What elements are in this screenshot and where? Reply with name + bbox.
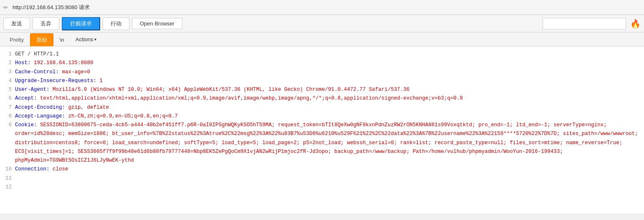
line-content: GET / HTTP/1.1 — [15, 50, 639, 59]
line-number: 8 — [5, 112, 12, 121]
line-number: 7 — [5, 103, 12, 112]
line-content: Connection: close — [15, 165, 639, 174]
line-number: 11 — [5, 174, 12, 183]
header-key: Connection: — [15, 166, 53, 172]
actions-label: Actions — [76, 36, 93, 42]
header-key: Accept-Language: — [15, 113, 68, 119]
line-content: Accept: text/html,application/xhtml+xml,… — [15, 94, 639, 103]
header-value: gzip, deflate — [68, 105, 109, 110]
discard-button[interactable]: 丢弃 — [33, 18, 59, 30]
table-row: 2Host: 192.168.64.135:8080 — [5, 59, 639, 68]
line-number: 2 — [5, 59, 12, 68]
pencil-icon: ✏ — [3, 4, 8, 11]
table-row: 3Cache-Control: max-age=0 — [5, 68, 639, 77]
header-value: 1 — [100, 78, 103, 84]
content-area: 1GET / HTTP/1.12Host: 192.168.64.135:808… — [0, 47, 644, 213]
table-row: 9Cookie: SESSIONID=63800675-ceda-4cb5-a4… — [5, 121, 639, 165]
header-value: max-age=0 — [62, 69, 91, 75]
table-row: 7Accept-Encoding: gzip, deflate — [5, 103, 639, 112]
header-value: text/html,application/xhtml+xml,applicat… — [40, 95, 463, 101]
line-content: User-Agent: Mozilla/5.0 (Windows NT 10.0… — [15, 85, 639, 94]
button-bar: 发送 丢弃 拦截请求 行动 Open Browser 🔥 — [0, 15, 644, 32]
table-row: 11 — [5, 174, 639, 183]
table-row: 1GET / HTTP/1.1 — [5, 50, 639, 59]
table-row: 10Connection: close — [5, 165, 639, 174]
header-key: Accept: — [15, 95, 40, 101]
header-value: 192.168.64.135:8080 — [34, 60, 93, 66]
table-row: 5User-Agent: Mozilla/5.0 (Windows NT 10.… — [5, 85, 639, 94]
tab-actions[interactable]: Actions ▾ — [71, 34, 102, 45]
table-row: 4Upgrade-Insecure-Requests: 1 — [5, 77, 639, 85]
line-content: Cookie: SESSIONID=63800675-ceda-4cb5-a44… — [15, 121, 639, 165]
fire-icon: 🔥 — [630, 19, 641, 29]
line-content: Cache-Control: max-age=0 — [15, 68, 639, 77]
line-number: 3 — [5, 68, 12, 77]
tab-raw[interactable]: 原始 — [30, 33, 53, 46]
open-browser-button[interactable]: Open Browser — [132, 18, 182, 29]
line-number: 4 — [5, 77, 12, 85]
top-bar: ✏ http://192.168.64.135:8080 请求 — [0, 0, 644, 15]
table-row: 6Accept: text/html,application/xhtml+xml… — [5, 94, 639, 103]
line-content — [15, 183, 639, 192]
header-key: User-Agent: — [15, 87, 53, 92]
line-content: Accept-Encoding: gzip, deflate — [15, 103, 639, 112]
intercept-button[interactable]: 拦截请求 — [62, 17, 100, 30]
line-content — [15, 174, 639, 183]
send-button[interactable]: 发送 — [3, 18, 30, 30]
table-row: 12 — [5, 183, 639, 192]
header-value: close — [53, 166, 68, 172]
header-key: Accept-Encoding: — [15, 105, 68, 110]
line-number: 1 — [5, 50, 12, 59]
search-input[interactable] — [543, 18, 626, 30]
tab-n[interactable]: \n — [53, 34, 71, 45]
tab-pretty[interactable]: Pretty — [3, 34, 30, 45]
url-text: http://192.168.64.135:8080 请求 — [13, 4, 90, 11]
tab-bar: Pretty 原始 \n Actions ▾ — [0, 32, 644, 47]
line-number: 9 — [5, 121, 12, 165]
header-key: Host: — [15, 60, 34, 66]
header-key: Cache-Control: — [15, 69, 62, 75]
line-content: Accept-Language: zh-CN,zh;q=0.9,en-US;q=… — [15, 112, 639, 121]
line-content: Host: 192.168.64.135:8080 — [15, 59, 639, 68]
header-key: Upgrade-Insecure-Requests: — [15, 78, 100, 84]
line-number: 12 — [5, 183, 12, 192]
header-value: SESSIONID=63800675-ceda-4cb5-a444-40b2ef… — [15, 122, 638, 163]
line-content: Upgrade-Insecure-Requests: 1 — [15, 77, 639, 85]
table-row: 8Accept-Language: zh-CN,zh;q=0.9,en-US;q… — [5, 112, 639, 121]
line-number: 5 — [5, 85, 12, 94]
action-button[interactable]: 行动 — [103, 18, 129, 30]
header-value: Mozilla/5.0 (Windows NT 10.0; Win64; x64… — [53, 87, 409, 92]
line-number: 10 — [5, 165, 12, 174]
line-number: 6 — [5, 94, 12, 103]
header-value: zh-CN,zh;q=0.9,en-US;q=0.8,en;q=0.7 — [68, 113, 178, 119]
header-key: Cookie: — [15, 122, 40, 128]
chevron-down-icon: ▾ — [94, 37, 96, 42]
